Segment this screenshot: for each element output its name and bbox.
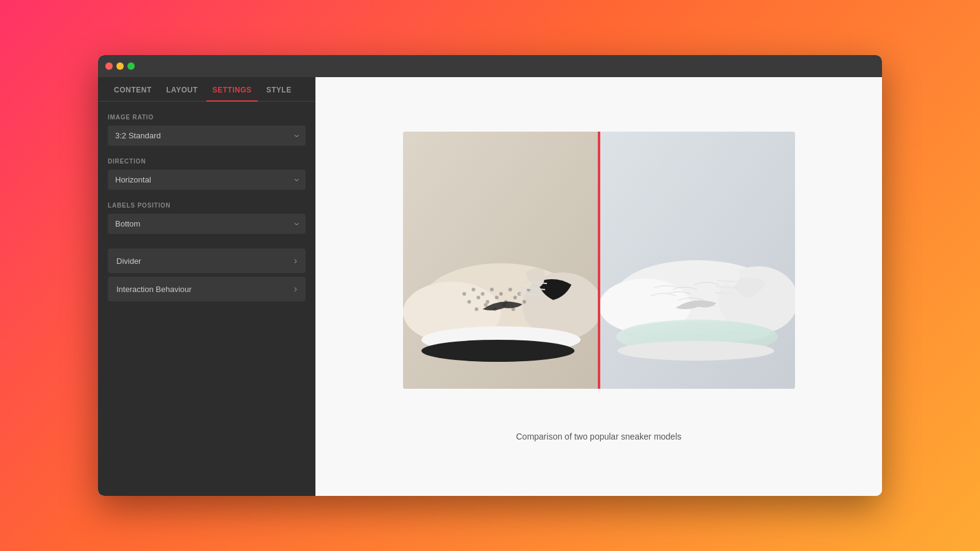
interaction-behaviour-accordion[interactable]: Interaction Behaviour ›	[108, 277, 306, 301]
sidebar-content: IMAGE RATIO 1:1 Square 3:2 Standard 16:9…	[98, 102, 315, 313]
image-ratio-group: IMAGE RATIO 1:1 Square 3:2 Standard 16:9…	[108, 114, 306, 146]
direction-group: DIRECTION Horizontal Vertical	[108, 158, 306, 190]
divider-chevron-icon: ›	[294, 255, 297, 266]
app-body: CONTENT LAYOUT SETTINGS STYLE IMAGE RATI…	[98, 77, 882, 496]
tab-content[interactable]: CONTENT	[108, 77, 158, 102]
image-ratio-select-wrapper: 1:1 Square 3:2 Standard 16:9 Widescreen …	[108, 126, 306, 146]
image-ratio-select[interactable]: 1:1 Square 3:2 Standard 16:9 Widescreen …	[108, 126, 306, 146]
direction-label: DIRECTION	[108, 158, 306, 165]
svg-point-21	[475, 307, 478, 311]
tabs: CONTENT LAYOUT SETTINGS STYLE	[98, 77, 315, 102]
labels-position-group: LABELS POSITION Top Bottom Hidden	[108, 202, 306, 234]
labels-position-select[interactable]: Top Bottom Hidden	[108, 214, 306, 234]
svg-point-15	[477, 296, 480, 299]
tab-layout[interactable]: LAYOUT	[160, 77, 204, 102]
minimize-button[interactable]	[116, 62, 124, 70]
direction-select-wrapper: Horizontal Vertical	[108, 170, 306, 190]
svg-point-7	[472, 288, 475, 291]
svg-point-17	[495, 296, 499, 299]
comparison-caption: Comparison of two popular sneaker models	[516, 432, 681, 441]
interaction-behaviour-chevron-icon: ›	[294, 283, 297, 294]
divider-accordion-label: Divider	[116, 257, 141, 266]
tab-settings[interactable]: SETTINGS	[206, 77, 258, 102]
labels-position-select-wrapper: Top Bottom Hidden	[108, 214, 306, 234]
comparison-wrapper: Nike Air Max 270 Nike Air Max 720 Compar…	[403, 132, 795, 441]
accordions: Divider › Interaction Behaviour ›	[108, 249, 306, 301]
svg-point-11	[508, 288, 512, 291]
right-image	[599, 132, 795, 389]
left-image	[403, 132, 599, 389]
svg-point-19	[513, 296, 517, 299]
direction-select[interactable]: Horizontal Vertical	[108, 170, 306, 190]
close-button[interactable]	[105, 62, 113, 70]
svg-point-5	[421, 340, 575, 362]
svg-point-22	[484, 303, 488, 307]
svg-point-35	[617, 341, 774, 361]
labels-position-label: LABELS POSITION	[108, 202, 306, 209]
svg-point-10	[499, 292, 503, 296]
svg-point-8	[481, 292, 484, 296]
svg-point-9	[490, 288, 494, 291]
tab-style[interactable]: STYLE	[260, 77, 298, 102]
svg-point-6	[462, 292, 466, 296]
maximize-button[interactable]	[127, 62, 135, 70]
traffic-lights	[105, 62, 135, 70]
app-window: CONTENT LAYOUT SETTINGS STYLE IMAGE RATI…	[98, 55, 882, 496]
svg-point-34	[624, 321, 771, 343]
svg-point-14	[467, 300, 471, 304]
comparison-divider	[598, 132, 600, 389]
svg-point-16	[486, 300, 489, 304]
titlebar	[98, 55, 882, 77]
divider-accordion[interactable]: Divider ›	[108, 249, 306, 273]
sidebar: CONTENT LAYOUT SETTINGS STYLE IMAGE RATI…	[98, 77, 315, 496]
svg-point-20	[522, 300, 526, 304]
image-ratio-label: IMAGE RATIO	[108, 114, 306, 121]
comparison-container[interactable]: Nike Air Max 270 Nike Air Max 720	[403, 132, 795, 389]
main-content: Nike Air Max 270 Nike Air Max 720 Compar…	[315, 77, 882, 496]
interaction-behaviour-label: Interaction Behaviour	[116, 285, 192, 294]
